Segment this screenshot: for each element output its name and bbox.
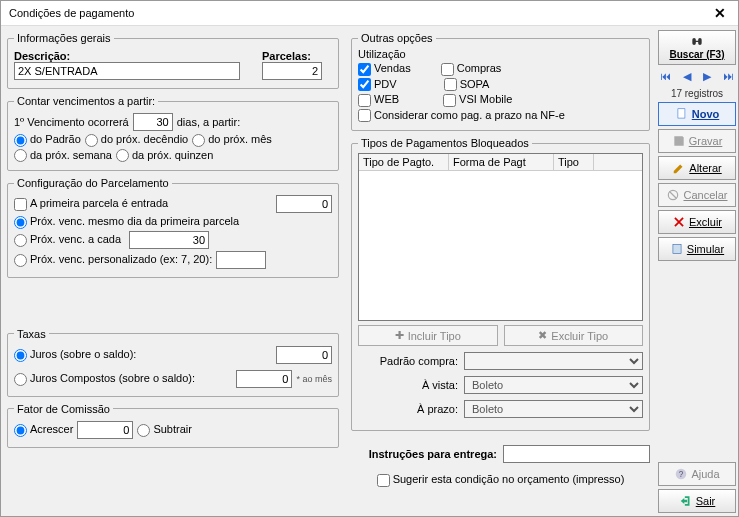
plus-icon: ✚ [395, 329, 404, 342]
radio-a-cada[interactable]: Próx. venc. a cada [14, 233, 121, 247]
group-outras-legend: Outras opções [358, 32, 436, 44]
group-informacoes: Informações gerais Descrição: Parcelas: [7, 32, 339, 89]
window-title: Condições de pagamento [9, 7, 134, 19]
primeiro-dias-input[interactable] [133, 113, 173, 131]
a-prazo-select[interactable]: Boleto [464, 400, 643, 418]
radio-prox-mes[interactable]: do próx. mês [192, 133, 272, 147]
chk-vendas[interactable]: Vendas [358, 62, 411, 76]
group-contar-legend: Contar vencimentos a partir: [14, 95, 158, 107]
descricao-input[interactable] [14, 62, 240, 80]
fator-input[interactable] [77, 421, 133, 439]
sair-button[interactable]: Sair [658, 489, 736, 513]
svg-text:?: ? [679, 470, 684, 479]
padrao-compra-label: Padrão compra: [358, 355, 458, 367]
chk-pdv[interactable]: PDV [358, 78, 397, 92]
chk-compras[interactable]: Compras [441, 62, 502, 76]
radio-juros-comp[interactable]: Juros Compostos (sobre o saldo): [14, 372, 195, 386]
close-icon[interactable]: ✕ [710, 5, 730, 21]
group-tipos-legend: Tipos de Pagamentos Bloqueados [358, 137, 532, 149]
cancelar-button[interactable]: Cancelar [658, 183, 736, 207]
new-icon [675, 107, 689, 121]
nav-prev-icon[interactable]: ◀ [683, 70, 691, 83]
primeiro-label-b: dias, a partir: [177, 116, 241, 128]
chk-sopa[interactable]: SOPA [444, 78, 490, 92]
instr-label: Instruções para entrega: [351, 448, 497, 460]
radio-padrao[interactable]: do Padrão [14, 133, 81, 147]
group-fator-legend: Fator de Comissão [14, 403, 113, 415]
group-contar: Contar vencimentos a partir: 1º Vencimen… [7, 95, 339, 171]
chk-sugerir[interactable]: Sugerir esta condição no orçamento (impr… [377, 473, 625, 487]
buscar-label: Buscar (F3) [669, 49, 724, 60]
grid-col-2: Forma de Pagt [449, 154, 554, 170]
juros-input[interactable] [276, 346, 332, 364]
a-prazo-label: À prazo: [358, 403, 458, 415]
group-informacoes-legend: Informações gerais [14, 32, 114, 44]
btn-excluir-tipo[interactable]: ✖ Excluir Tipo [504, 325, 644, 346]
simular-button[interactable]: Simular [658, 237, 736, 261]
chk-prazo-nfe[interactable]: Considerar como pag. a prazo na NF-e [358, 109, 565, 123]
gravar-button[interactable]: Gravar [658, 129, 736, 153]
registros-label: 17 registros [658, 88, 736, 99]
group-taxas-legend: Taxas [14, 328, 49, 340]
exit-icon [679, 494, 693, 508]
a-vista-label: À vista: [358, 379, 458, 391]
radio-prox-semana[interactable]: da próx. semana [14, 149, 112, 163]
ajuda-button[interactable]: ? Ajuda [658, 462, 736, 486]
cancel-icon [666, 188, 680, 202]
parcelas-input[interactable] [262, 62, 322, 80]
juros-comp-input[interactable] [236, 370, 292, 388]
grid-col-1: Tipo de Pagto. [359, 154, 449, 170]
nav-next-icon[interactable]: ▶ [703, 70, 711, 83]
novo-button[interactable]: Novo [658, 102, 736, 126]
buscar-button[interactable]: Buscar (F3) [658, 30, 736, 65]
group-fator: Fator de Comissão Acrescer Subtrair [7, 403, 339, 448]
parcelas-label: Parcelas: [262, 50, 311, 62]
group-outras: Outras opções Utilização Vendas Compras … [351, 32, 650, 131]
excluir-button[interactable]: Excluir [658, 210, 736, 234]
simulate-icon [670, 242, 684, 256]
nav-last-icon[interactable]: ⏭ [723, 70, 734, 83]
primeiro-label-a: 1º Vencimento ocorrerá [14, 116, 129, 128]
chk-vsi[interactable]: VSI Mobile [443, 93, 512, 107]
radio-prox-decendio[interactable]: do próx. decêndio [85, 133, 188, 147]
tipos-grid[interactable]: Tipo de Pagto. Forma de Pagt Tipo [358, 153, 643, 321]
group-taxas: Taxas Juros (sobre o saldo): Juros Compo… [7, 328, 339, 397]
group-parcel-legend: Configuração do Parcelamento [14, 177, 172, 189]
svg-line-2 [670, 192, 677, 199]
padrao-compra-select[interactable] [464, 352, 643, 370]
radio-subtrair[interactable]: Subtrair [137, 423, 192, 437]
chk-primeira-entrada[interactable]: A primeira parcela é entrada [14, 197, 168, 211]
utilizacao-label: Utilização [358, 48, 643, 60]
alterar-button[interactable]: Alterar [658, 156, 736, 180]
group-tipos: Tipos de Pagamentos Bloqueados Tipo de P… [351, 137, 650, 431]
save-icon [672, 134, 686, 148]
ao-mes-note: * ao mês [296, 374, 332, 384]
nav-first-icon[interactable]: ⏮ [660, 70, 671, 83]
radio-juros[interactable]: Juros (sobre o saldo): [14, 348, 136, 362]
svg-rect-3 [673, 244, 681, 253]
a-vista-select[interactable]: Boleto [464, 376, 643, 394]
x-icon: ✖ [538, 329, 547, 342]
grid-col-3: Tipo [554, 154, 594, 170]
descricao-label: Descrição: [14, 50, 70, 62]
radio-acrescer[interactable]: Acrescer [14, 423, 73, 437]
radio-mesmo-dia[interactable]: Próx. venc. mesmo dia da primeira parcel… [14, 215, 239, 229]
svg-rect-0 [678, 109, 685, 118]
a-cada-input[interactable] [129, 231, 209, 249]
radio-prox-quinzen[interactable]: da próx. quinzen [116, 149, 213, 163]
instr-input[interactable] [503, 445, 650, 463]
nav-arrows: ⏮ ◀ ▶ ⏭ [658, 68, 736, 85]
edit-icon [672, 161, 686, 175]
help-icon: ? [674, 467, 688, 481]
radio-personalizado[interactable]: Próx. venc. personalizado (ex: 7, 20): [14, 253, 212, 267]
personalizado-input[interactable] [216, 251, 266, 269]
primeira-entrada-input[interactable] [276, 195, 332, 213]
group-parcelamento: Configuração do Parcelamento A primeira … [7, 177, 339, 278]
btn-incluir-tipo[interactable]: ✚ Incluir Tipo [358, 325, 498, 346]
delete-icon [672, 215, 686, 229]
binoculars-icon [690, 35, 704, 49]
chk-web[interactable]: WEB [358, 93, 399, 107]
